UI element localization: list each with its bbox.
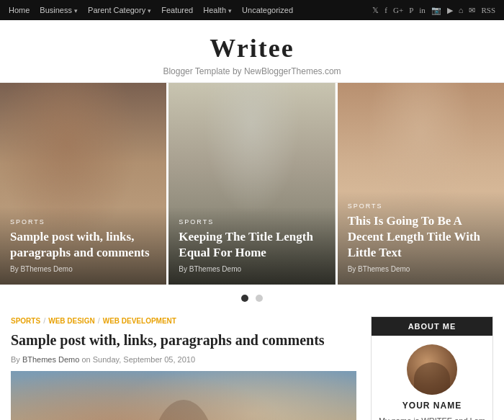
nav-home[interactable]: Home [9, 6, 30, 14]
about-widget: ABOUT ME YOUR NAME My name is WRITEE and… [371, 316, 493, 420]
rss-icon[interactable]: RSS [481, 6, 495, 14]
avatar [407, 344, 457, 395]
slider-dot-1[interactable] [241, 295, 248, 302]
site-title: Writee [0, 33, 504, 63]
post-featured-image [11, 371, 356, 420]
slider-dot-2[interactable] [256, 295, 263, 302]
slide-category-1: SPORTS [10, 218, 156, 225]
chevron-down-icon: ▾ [148, 7, 151, 14]
category-separator-2: / [98, 316, 100, 325]
nav-menu: Home Business ▾ Parent Category ▾ Featur… [9, 6, 293, 14]
about-widget-body: YOUR NAME My name is WRITEE and I am an … [372, 336, 492, 420]
google-plus-icon[interactable]: G+ [393, 6, 403, 14]
post-meta: By BThemes Demo on Sunday, September 05,… [11, 355, 356, 364]
pinterest-icon[interactable]: P [409, 6, 413, 14]
slide-category-2: SPORTS [179, 218, 325, 225]
slide-title-1: Sample post with, links, paragraphs and … [10, 229, 156, 261]
youtube-icon[interactable]: ▶ [447, 6, 453, 15]
slide-category-3: SPORTS [348, 202, 494, 210]
hero-slide-1[interactable]: SPORTS Sample post with, links, paragrap… [0, 83, 166, 285]
avatar-name: YOUR NAME [379, 401, 485, 411]
twitter-icon[interactable]: 𝕏 [372, 6, 379, 15]
slide-author-2: By BThemes Demo [179, 265, 325, 273]
top-navigation: Home Business ▾ Parent Category ▾ Featur… [0, 0, 504, 20]
post-author-link[interactable]: BThemes Demo [22, 355, 79, 364]
github-icon[interactable]: ⌂ [459, 6, 464, 14]
hero-slider: SPORTS Sample post with, links, paragrap… [0, 83, 504, 285]
nav-uncategorized[interactable]: Uncategorized [242, 6, 293, 14]
nav-health[interactable]: Health ▾ [203, 6, 232, 14]
slide-title-2: Keeping The Title Length Equal For Home [179, 229, 325, 261]
social-icons: 𝕏 f G+ P in 📷 ▶ ⌂ ✉ RSS [372, 6, 495, 15]
avatar-bio: My name is WRITEE and I am an awesome Bl… [379, 415, 485, 420]
slide-author-1: By BThemes Demo [10, 265, 156, 273]
site-subtitle: Blogger Template by NewBloggerThemes.com [0, 66, 504, 76]
slide-overlay-1: SPORTS Sample post with, links, paragrap… [0, 207, 166, 285]
post-image-bg [11, 371, 356, 420]
posts-area: SPORTS / WEB DESIGN / WEB DEVELOPMENT Sa… [11, 316, 356, 420]
chevron-down-icon: ▾ [74, 7, 78, 14]
chevron-down-icon: ▾ [228, 7, 232, 14]
hero-slide-2[interactable]: SPORTS Keeping The Title Length Equal Fo… [166, 83, 337, 285]
category-sports[interactable]: SPORTS [11, 317, 40, 325]
slide-author-3: By BThemes Demo [348, 265, 494, 273]
sidebar: ABOUT ME YOUR NAME My name is WRITEE and… [371, 316, 493, 420]
nav-business[interactable]: Business ▾ [40, 6, 78, 14]
main-content: SPORTS / WEB DESIGN / WEB DEVELOPMENT Sa… [0, 309, 504, 420]
instagram-icon[interactable]: 📷 [431, 6, 441, 15]
post-categories: SPORTS / WEB DESIGN / WEB DEVELOPMENT [11, 316, 356, 325]
category-webdev[interactable]: WEB DEVELOPMENT [103, 317, 176, 325]
facebook-icon[interactable]: f [384, 6, 387, 14]
slide-overlay-2: SPORTS Keeping The Title Length Equal Fo… [168, 207, 335, 285]
slide-title-3: This Is Going To Be A Decent Length Titl… [348, 213, 494, 261]
slider-dots [0, 285, 504, 309]
post-date: Sunday, September 05, 2010 [93, 355, 195, 364]
nav-parent-category[interactable]: Parent Category ▾ [88, 6, 151, 14]
slide-overlay-3: SPORTS This Is Going To Be A Decent Leng… [338, 191, 504, 285]
nav-featured[interactable]: Featured [161, 6, 193, 14]
category-separator-1: / [43, 316, 45, 325]
category-webdesign[interactable]: WEB DESIGN [48, 317, 94, 325]
post-title: Sample post with, links, paragraphs and … [11, 331, 356, 349]
about-widget-header: ABOUT ME [372, 317, 492, 336]
hero-slide-3[interactable]: SPORTS This Is Going To Be A Decent Leng… [338, 83, 504, 285]
linkedin-icon[interactable]: in [419, 6, 426, 14]
site-header: Writee Blogger Template by NewBloggerThe… [0, 20, 504, 83]
email-icon[interactable]: ✉ [469, 6, 475, 15]
